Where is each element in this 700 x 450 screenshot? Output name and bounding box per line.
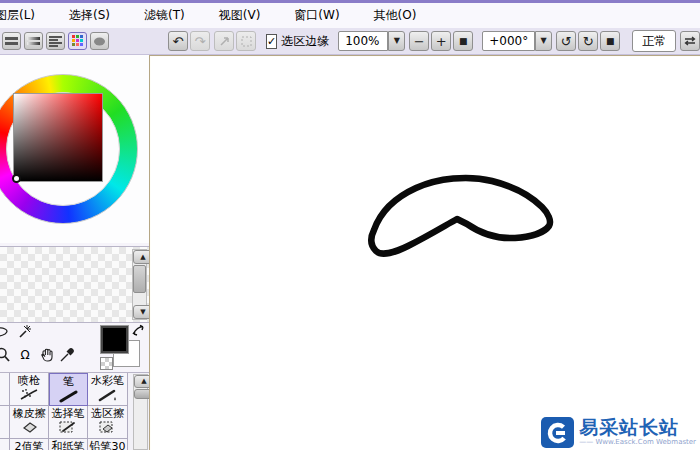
lasso-tool[interactable] [0,324,10,342]
watermark-text: 易采站长站 —— Www.Easck.Com Webmaster [579,417,696,447]
rotate-cw-button[interactable]: ↻ [578,31,598,51]
dotted-list-icon [49,36,62,47]
color-wheel-section [0,55,149,243]
lasso-icon [0,326,10,341]
canvas-window: 易采站长站 —— Www.Easck.Com Webmaster [149,55,700,450]
watermark: 易采站长站 —— Www.Easck.Com Webmaster [541,417,696,448]
stripes-icon [5,36,18,47]
dashed-box-icon [241,36,252,47]
swap-curved-arrow-icon [131,323,146,337]
swap-color-button[interactable] [680,31,700,51]
left-tool-panel: ▲ ▼ Ω [0,55,149,450]
hand-tool[interactable] [38,346,56,364]
swap-arrows-icon [684,36,696,46]
magic-wand-icon [16,324,33,340]
color-swatch-view-button[interactable] [68,32,87,50]
brush-cell-airbrush[interactable]: 喷枪 [10,373,49,406]
menu-item-window[interactable]: 窗口(W) [290,5,343,26]
angle-dropdown-button[interactable]: ▼ [535,31,552,51]
color-grid-icon [72,35,84,47]
brush-cell-selection-eraser[interactable]: 选区擦 [88,406,128,439]
brush-cell-eraser[interactable]: 橡皮擦 [10,406,49,439]
swap-fg-bg-button[interactable] [131,323,146,340]
blob-icon [93,36,106,47]
zoom-tool[interactable] [0,346,12,364]
selection-edge-checkbox[interactable]: ✓ [266,34,277,49]
selection-pen-icon [57,420,79,434]
deselect-button[interactable] [236,31,256,51]
brush-cell-pencil30[interactable]: 铅笔30 [88,439,128,450]
scratchpad-scrollbar[interactable]: ▲ ▼ [132,249,147,320]
rotate-reset-button[interactable]: ■ [600,31,620,51]
scrollbar-thumb[interactable] [133,265,146,293]
selection-edge-label: 选区边缘 [281,33,329,50]
brush-scrollbar-thumb[interactable] [134,389,149,399]
scroll-up-button[interactable]: ▲ [133,250,149,264]
brush-scroll-up-button[interactable]: ▲ [134,375,149,388]
magic-wand-tool[interactable] [15,323,33,341]
scratchpad-view-button[interactable] [90,32,109,50]
eyedropper-icon [59,347,75,363]
scratchpad[interactable]: ▲ ▼ [0,246,149,323]
zoom-reset-button[interactable]: ■ [453,31,473,51]
blend-mode-button[interactable]: 正常 [632,30,676,52]
menu-item-select[interactable]: 选择(S) [65,5,114,26]
scroll-down-button[interactable]: ▼ [133,305,149,319]
eraser-icon [18,420,40,434]
color-mixer-view-button[interactable] [46,32,65,50]
watermark-subtitle: —— Www.Easck.Com Webmaster [579,438,696,447]
zoom-combo: 100% ▼ [338,31,405,51]
brush-cell-selection-pen[interactable]: 选择笔 [49,406,88,439]
magnifier-icon [0,347,11,363]
zoom-value-field[interactable]: 100% [338,31,388,51]
rotate-view-tool[interactable]: Ω [16,346,34,364]
brush-cell-clipped-1[interactable] [0,373,10,406]
brush-cell-clipped-2[interactable]: 笔 [0,406,10,439]
brush-cell-paper-pen[interactable]: 和纸笔 [49,439,88,450]
menu-item-view[interactable]: 视图(V) [215,5,265,26]
pen-icon [57,388,81,403]
brush-cell-binary-pen[interactable]: 2值笔 [10,439,49,450]
zoom-in-button[interactable]: + [431,31,451,51]
zoom-dropdown-button[interactable]: ▼ [388,31,405,51]
brush-cell-watercolor[interactable]: 水彩笔 [88,373,128,406]
zoom-out-button[interactable]: − [409,31,429,51]
rotate-ccw-button[interactable]: ↺ [556,31,576,51]
brush-cell-clipped-3[interactable]: 通 [0,439,10,450]
menu-item-layer[interactable]: 图层(L) [0,5,39,26]
watercolor-icon [96,387,120,402]
menu-bar: 图层(L) 选择(S) 滤镜(T) 视图(V) 窗口(W) 其他(O) [0,3,700,28]
angle-value-field[interactable]: +000° [482,31,535,51]
tools-section: Ω [0,323,149,372]
freehand-stroke-drawing [151,57,700,450]
color-slider-view-button[interactable] [24,32,43,50]
brush-cell-pen-selected[interactable]: 笔 [49,373,88,406]
crop-selection-button[interactable] [214,31,234,51]
color-selector-dot[interactable] [12,174,21,183]
saturation-value-square[interactable] [13,93,103,182]
watermark-title: 易采站长站 [579,417,696,438]
airbrush-icon [17,387,41,402]
toolbar: ↶ ↷ ✓ 选区边缘 100% ▼ − + ■ +000° ▼ ↺ ↻ ■ 正常… [0,28,700,55]
eyedropper-tool[interactable] [58,346,76,364]
transparent-color-swatch[interactable] [100,357,113,370]
undo-button[interactable]: ↶ [168,31,188,51]
redo-button[interactable]: ↷ [190,31,210,51]
angle-combo: +000° ▼ [482,31,552,51]
selection-eraser-icon [97,420,119,434]
hand-icon [39,347,55,363]
gradient-bars-icon [27,36,40,47]
crop-icon [219,36,230,47]
foreground-color-swatch[interactable] [101,326,128,353]
brush-panel-scrollbar[interactable]: ▲ [133,374,148,450]
color-stripes-view-button[interactable] [2,32,21,50]
menu-item-other[interactable]: 其他(O) [370,5,421,26]
menu-item-filter[interactable]: 滤镜(T) [140,5,189,26]
canvas[interactable]: 易采站长站 —— Www.Easck.Com Webmaster [151,57,700,450]
brush-panel: 喷枪 笔 水彩笔 笔 橡皮擦 选择笔 [0,372,149,450]
watermark-logo-icon [541,417,574,448]
